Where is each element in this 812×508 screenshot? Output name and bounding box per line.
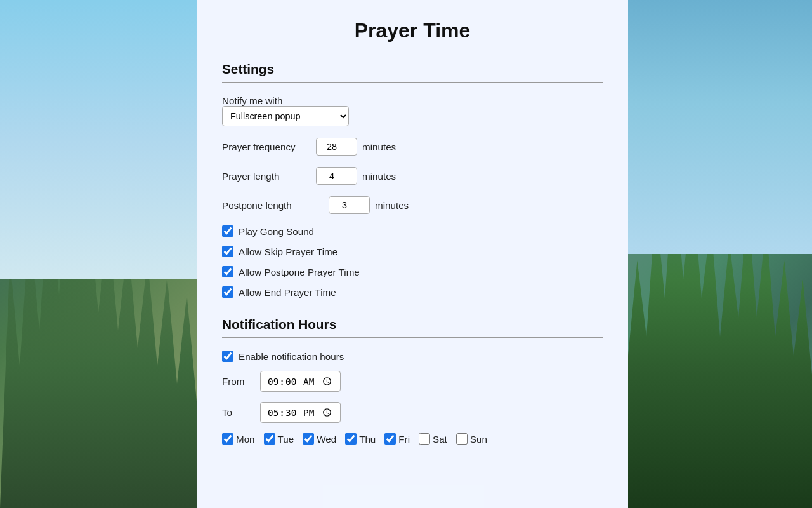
play-gong-label: Play Gong Sound <box>239 226 314 237</box>
from-time-input[interactable] <box>260 371 341 392</box>
allow-skip-row: Allow Skip Prayer Time <box>222 246 603 257</box>
enable-notification-label: Enable notification hours <box>239 351 344 362</box>
day-mon-label: Mon <box>236 434 255 444</box>
settings-divider <box>222 82 603 83</box>
day-sun-checkbox[interactable] <box>456 433 468 444</box>
allow-end-checkbox[interactable] <box>222 286 233 298</box>
prayer-frequency-minutes: minutes <box>362 142 396 152</box>
postpone-length-minutes: minutes <box>375 200 409 211</box>
day-wed: Wed <box>303 433 336 444</box>
days-row: Mon Tue Wed Thu Fri Sat <box>222 433 603 444</box>
allow-postpone-row: Allow Postpone Prayer Time <box>222 266 603 277</box>
to-label: To <box>222 407 254 418</box>
prayer-frequency-label: Prayer frequency <box>222 142 311 152</box>
background-right <box>628 0 812 508</box>
day-mon-checkbox[interactable] <box>222 433 233 444</box>
day-sat-checkbox[interactable] <box>419 433 430 444</box>
day-wed-label: Wed <box>317 434 336 444</box>
page-title: Prayer Time <box>222 19 603 43</box>
allow-end-label: Allow End Prayer Time <box>239 287 336 298</box>
from-label: From <box>222 376 254 387</box>
notification-hours-divider <box>222 337 603 338</box>
day-fri-checkbox[interactable] <box>384 433 396 444</box>
day-tue: Tue <box>264 433 294 444</box>
day-thu: Thu <box>345 433 376 444</box>
prayer-length-input[interactable] <box>316 167 357 185</box>
settings-heading: Settings <box>222 62 603 77</box>
to-time-row: To <box>222 402 603 423</box>
notification-hours-section: Notification Hours Enable notification h… <box>222 317 603 444</box>
allow-skip-checkbox[interactable] <box>222 246 233 257</box>
notification-hours-heading: Notification Hours <box>222 317 603 332</box>
play-gong-row: Play Gong Sound <box>222 225 603 237</box>
prayer-frequency-row: Prayer frequency minutes <box>222 138 603 156</box>
prayer-length-minutes: minutes <box>362 171 396 182</box>
allow-postpone-label: Allow Postpone Prayer Time <box>239 267 360 277</box>
to-time-input[interactable] <box>260 402 341 423</box>
day-tue-label: Tue <box>278 434 294 444</box>
day-mon: Mon <box>222 433 255 444</box>
day-thu-checkbox[interactable] <box>345 433 357 444</box>
background-left <box>0 0 197 508</box>
day-sat: Sat <box>419 433 447 444</box>
enable-notification-checkbox[interactable] <box>222 351 233 362</box>
play-gong-checkbox[interactable] <box>222 225 233 237</box>
day-fri: Fri <box>384 433 410 444</box>
prayer-length-label: Prayer length <box>222 171 311 182</box>
allow-skip-label: Allow Skip Prayer Time <box>239 246 337 257</box>
day-tue-checkbox[interactable] <box>264 433 275 444</box>
notify-label: Notify me with <box>222 95 603 106</box>
notify-select[interactable]: Fullscreen popup Notification Sound only <box>222 106 349 126</box>
from-time-row: From <box>222 371 603 392</box>
notify-field: Notify me with Fullscreen popup Notifica… <box>222 95 603 126</box>
allow-postpone-checkbox[interactable] <box>222 266 233 277</box>
prayer-frequency-input[interactable] <box>316 138 357 156</box>
postpone-length-input[interactable] <box>329 196 370 214</box>
day-wed-checkbox[interactable] <box>303 433 314 444</box>
postpone-length-label: Postpone length <box>222 200 324 211</box>
settings-section: Settings Notify me with Fullscreen popup… <box>222 62 603 298</box>
postpone-length-row: Postpone length minutes <box>222 196 603 214</box>
prayer-length-row: Prayer length minutes <box>222 167 603 185</box>
enable-notification-row: Enable notification hours <box>222 351 603 362</box>
day-fri-label: Fri <box>398 434 410 444</box>
allow-end-row: Allow End Prayer Time <box>222 286 603 298</box>
day-sun-label: Sun <box>470 434 487 444</box>
main-panel: Prayer Time Settings Notify me with Full… <box>197 0 628 508</box>
day-sat-label: Sat <box>433 434 447 444</box>
day-sun: Sun <box>456 433 487 444</box>
day-thu-label: Thu <box>359 434 376 444</box>
